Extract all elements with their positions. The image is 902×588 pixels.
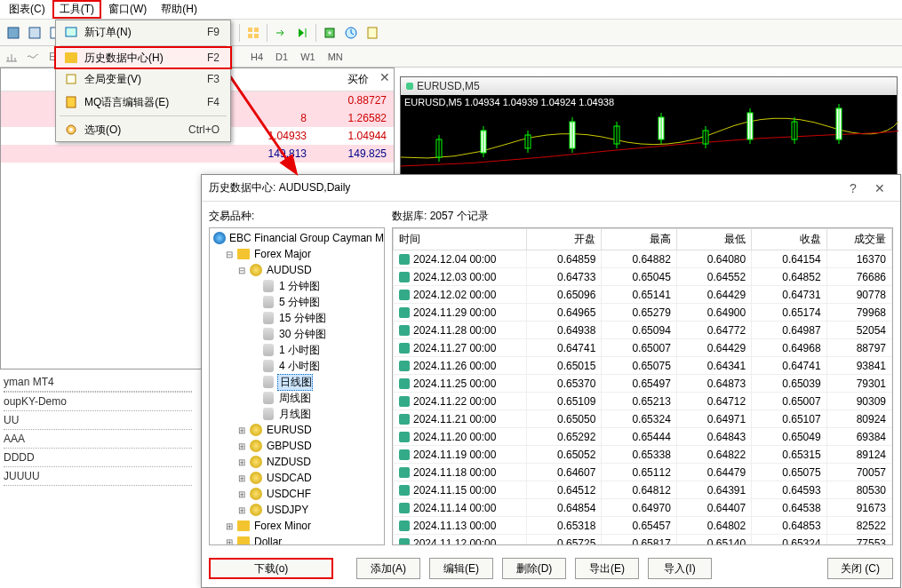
tf-h4[interactable]: H4: [245, 50, 268, 64]
tree-node[interactable]: 周线图: [212, 390, 382, 406]
export-button[interactable]: 导出(E): [575, 558, 639, 579]
tree-node[interactable]: ⊞USDCHF: [212, 486, 382, 502]
menu-tools[interactable]: 工具(T): [52, 0, 101, 19]
tree-node[interactable]: 日线图: [212, 374, 382, 390]
help-button[interactable]: ?: [840, 181, 866, 195]
svg-rect-15: [66, 28, 76, 36]
grid-row[interactable]: 2024.11.27 00:000.647410.650070.644290.6…: [394, 339, 892, 357]
grid-header[interactable]: 开盘: [527, 229, 602, 250]
tree-node[interactable]: ⊞GBPUSD: [212, 438, 382, 454]
grid-row[interactable]: 2024.11.18 00:000.646070.651120.644790.6…: [394, 464, 892, 481]
grid-header[interactable]: 最高: [602, 229, 676, 250]
mw-row[interactable]: 149.813149.825: [1, 145, 394, 163]
add-button[interactable]: 添加(A): [356, 558, 420, 579]
menu-new-order[interactable]: 新订单(N) F9: [56, 20, 230, 44]
close-icon[interactable]: ✕: [378, 70, 392, 84]
tf-icon-2[interactable]: [23, 47, 43, 67]
tree-node[interactable]: 1 分钟图: [212, 278, 382, 294]
tree-node[interactable]: ⊞Forex Minor: [212, 518, 382, 534]
menu-mq-editor[interactable]: MQ语言编辑器(E) F4: [56, 91, 230, 114]
tree-node[interactable]: 4 小时图: [212, 358, 382, 374]
tree-node[interactable]: ⊞NZDUSD: [212, 454, 382, 470]
import-button[interactable]: 导入(I): [648, 558, 712, 579]
nav-item[interactable]: DDDD: [4, 449, 192, 467]
menu-shortcut: F3: [207, 73, 225, 85]
tf-d1[interactable]: D1: [270, 50, 293, 64]
autoscroll-icon[interactable]: [292, 23, 312, 43]
red-arrow: [224, 69, 313, 185]
tree-node[interactable]: ⊞Dollar: [212, 534, 382, 545]
tree-node[interactable]: ⊞USDJPY: [212, 502, 382, 518]
close-dialog-button[interactable]: 关闭 (C): [827, 558, 893, 579]
grid-row[interactable]: 2024.11.15 00:000.645120.648120.643910.6…: [394, 481, 892, 499]
grid-header[interactable]: 时间: [394, 229, 527, 250]
data-grid[interactable]: 时间开盘最高最低收盘成交量2024.12.04 00:000.648590.64…: [392, 227, 893, 545]
grid-header[interactable]: 收盘: [752, 229, 826, 250]
nav-item[interactable]: yman MT4: [4, 373, 192, 392]
tree-node[interactable]: ⊟AUDUSD: [212, 262, 382, 278]
grid-header[interactable]: 最低: [676, 229, 751, 250]
nav-item[interactable]: AAA: [4, 430, 192, 449]
grid-row[interactable]: 2024.12.04 00:000.648590.648820.640800.6…: [394, 250, 892, 268]
tree-node[interactable]: 1 小时图: [212, 342, 382, 358]
tree-node[interactable]: ⊞EURUSD: [212, 422, 382, 438]
symbols-label: 交易品种:: [209, 209, 385, 224]
grid-row[interactable]: 2024.11.19 00:000.650520.653380.648220.6…: [394, 446, 892, 464]
svg-point-19: [69, 128, 73, 131]
shift-icon[interactable]: [271, 23, 291, 43]
tree-node[interactable]: 30 分钟图: [212, 326, 382, 342]
download-button[interactable]: 下载(o): [209, 558, 333, 579]
tree-node[interactable]: ⊞USDCAD: [212, 470, 382, 486]
tree-node[interactable]: ⊟Forex Major: [212, 246, 382, 262]
menu-window[interactable]: 窗口(W): [101, 0, 154, 19]
svg-rect-17: [67, 97, 76, 107]
grid-row[interactable]: 2024.11.28 00:000.649380.650940.647720.6…: [394, 322, 892, 339]
grid-row[interactable]: 2024.12.02 00:000.650960.651410.644290.6…: [394, 286, 892, 304]
menu-global-vars[interactable]: 全局变量(V) F3: [56, 68, 230, 91]
tb-icon-2[interactable]: [25, 23, 44, 43]
grid-row[interactable]: 2024.11.25 00:000.653700.654970.648730.6…: [394, 375, 892, 393]
symbol-tree[interactable]: EBC Financial Group Cayman M⊟Forex Major…: [209, 227, 385, 545]
indicator-icon[interactable]: [320, 23, 339, 43]
menu-chart[interactable]: 图表(C): [2, 0, 52, 19]
menu-help[interactable]: 帮助(H): [154, 0, 204, 19]
grid-row[interactable]: 2024.11.26 00:000.650150.650750.643410.6…: [394, 357, 892, 375]
globals-icon: [61, 72, 81, 86]
tb-icon-1[interactable]: [4, 23, 23, 43]
close-button[interactable]: ✕: [866, 181, 893, 195]
tree-node[interactable]: EBC Financial Group Cayman M: [212, 230, 382, 246]
grid-row[interactable]: 2024.11.22 00:000.651090.652130.647120.6…: [394, 393, 892, 410]
tf-mn[interactable]: MN: [323, 50, 348, 64]
nav-item[interactable]: JUUUU: [4, 467, 192, 486]
svg-rect-13: [368, 28, 377, 38]
tf-icon-1[interactable]: [2, 47, 21, 67]
period-icon[interactable]: [341, 23, 361, 43]
nav-item[interactable]: UU: [4, 411, 192, 430]
chart-content[interactable]: EURUSD,M5 1.04934 1.04939 1.04924 1.0493…: [401, 95, 897, 175]
grid-row[interactable]: 2024.11.20 00:000.652920.654440.648430.6…: [394, 428, 892, 446]
options-icon: [61, 123, 81, 137]
tree-node[interactable]: 15 分钟图: [212, 310, 382, 326]
delete-button[interactable]: 删除(D): [502, 558, 566, 579]
grid-row[interactable]: 2024.11.14 00:000.648540.649700.644070.6…: [394, 499, 892, 517]
menu-history-center[interactable]: 历史数据中心(H) F2: [54, 46, 232, 69]
chart-bullet-icon: [406, 83, 413, 90]
history-center-dialog: 历史数据中心: AUDUSD,Daily ? ✕ 交易品种: EBC Finan…: [201, 174, 901, 588]
grid-header[interactable]: 成交量: [826, 229, 891, 250]
chart-panel: EURUSD,M5 EURUSD,M5 1.04934 1.04939 1.04…: [400, 76, 898, 174]
menu-options[interactable]: 选项(O) Ctrl+O: [56, 118, 230, 141]
tree-node[interactable]: 5 分钟图: [212, 294, 382, 310]
grid-row[interactable]: 2024.12.03 00:000.647330.650450.645520.6…: [394, 268, 892, 286]
nav-item[interactable]: oupKY-Demo: [4, 393, 192, 411]
edit-button[interactable]: 编辑(E): [429, 558, 493, 579]
new-order-icon: [61, 25, 81, 39]
grid-row[interactable]: 2024.11.21 00:000.650500.653240.649710.6…: [394, 410, 892, 428]
tb-sep: [315, 24, 316, 42]
grid-row[interactable]: 2024.11.13 00:000.653180.654570.648020.6…: [394, 517, 892, 535]
tree-node[interactable]: 月线图: [212, 406, 382, 422]
tile-icon[interactable]: [243, 23, 263, 43]
tf-w1[interactable]: W1: [295, 50, 321, 64]
template-icon[interactable]: [363, 23, 382, 43]
grid-row[interactable]: 2024.11.29 00:000.649650.652790.649000.6…: [394, 304, 892, 322]
grid-row[interactable]: 2024.11.12 00:000.657250.658170.651400.6…: [394, 535, 892, 546]
